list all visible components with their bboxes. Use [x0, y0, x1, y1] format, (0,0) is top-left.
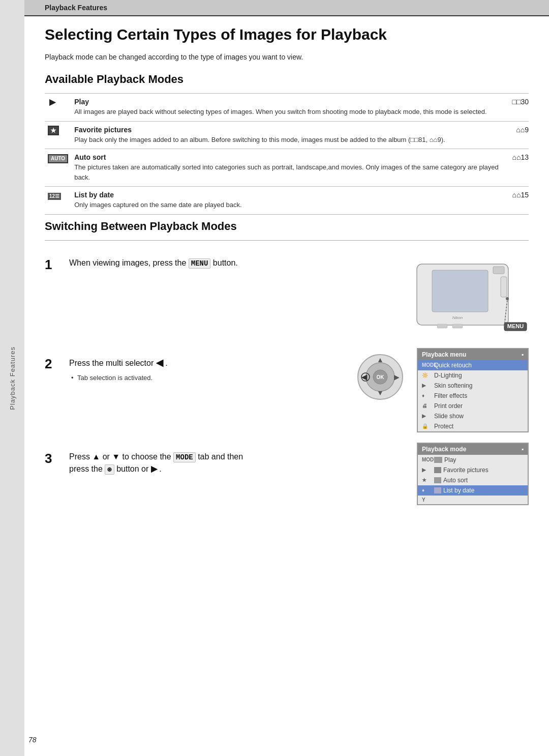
ref-symbol-autosort: ⌂⌂13: [512, 153, 529, 161]
mode-menu-icon-mode: MODE: [422, 457, 432, 462]
available-modes-heading: Available Playback Modes: [45, 73, 529, 86]
step3: 3 Press ▲ or ▼ to choose the MODE tab an…: [45, 451, 403, 479]
menu-item-icon-mode: MODE: [422, 362, 432, 368]
menu-item-filter[interactable]: ♦ Filter effects: [418, 391, 528, 401]
step2-left: 2 Press the multi selector ◀ . Tab selec…: [45, 348, 348, 394]
step1-text-after: button.: [213, 258, 238, 267]
list-rect-icon: [434, 487, 441, 493]
step1-row: 1 When viewing images, press the MENU bu…: [45, 249, 529, 338]
mode-menu-item-autosort[interactable]: ★ Auto sort: [418, 475, 528, 485]
mode-row-play: ▶ Play All images are played back withou…: [45, 94, 529, 122]
mode-desc-autosort: The pictures taken are automatically sor…: [74, 162, 506, 182]
menu-item-dlighting[interactable]: 🔆 D-Lighting: [418, 370, 528, 381]
menu-item-slideshow[interactable]: ▶ Slide show: [418, 411, 528, 421]
svg-rect-2: [493, 267, 504, 274]
step2-symbol: ◀: [156, 358, 163, 368]
mode-name-cell-autosort: Auto sort The pictures taken are automat…: [71, 149, 509, 187]
step1: 1 When viewing images, press the MENU bu…: [45, 257, 399, 273]
svg-point-10: [506, 297, 509, 300]
menu-item-label-protect: Protect: [434, 423, 453, 430]
mode-ref-play: □□30: [509, 94, 529, 122]
section-header: Playback Features: [24, 0, 549, 16]
playback-menu-mockup: Playback menu ▪ MODE Quick retouch 🔆 D-L…: [417, 348, 529, 432]
mode-name-cell-favorite: Favorite pictures Play back only the ima…: [71, 121, 509, 149]
play-icon: ▶: [48, 98, 57, 107]
svg-text:▲: ▲: [377, 356, 384, 364]
svg-rect-6: [452, 324, 463, 328]
mode-name-cell-listbydate: List by date Only images captured on the…: [71, 187, 509, 215]
step3-text-before: Press ▲ or ▼ to choose the: [69, 452, 173, 461]
page-number: 78: [28, 736, 37, 744]
menu-item-label-filter: Filter effects: [434, 392, 467, 399]
menu-item-print[interactable]: 🖨 Print order: [418, 401, 528, 411]
menu-header: Playback menu ▪: [418, 349, 528, 360]
sidebar-label: Playback Features: [9, 346, 16, 410]
camera-diagram: Nikon MENU: [407, 249, 529, 338]
mode-menu-icon-autosort: ★: [422, 477, 432, 483]
step3-content: Press ▲ or ▼ to choose the MODE tab and …: [69, 451, 403, 479]
menu-item-quick-retouch[interactable]: MODE Quick retouch: [418, 360, 528, 370]
mode-name-play: Play: [74, 98, 506, 106]
mode-menu-item-mode[interactable]: MODE Play: [418, 455, 528, 465]
step3-row: 3 Press ▲ or ▼ to choose the MODE tab an…: [45, 443, 529, 505]
menu-item-skin[interactable]: ▶ Skin softening: [418, 381, 528, 391]
page-title: Selecting Certain Types of Images for Pl…: [45, 25, 529, 44]
svg-text:▼: ▼: [377, 389, 384, 397]
svg-text:MENU: MENU: [507, 323, 524, 329]
star-icon: ★: [48, 126, 59, 135]
step2-content: Press the multi selector ◀ . Tab selecti…: [69, 356, 348, 382]
ref-symbol-favorite: ⌂⌂9: [516, 126, 529, 134]
mode-menu-label-autosort: Auto sort: [443, 477, 468, 484]
multi-selector-diagram: ▲ ▼ ◀ ▶ OK: [356, 353, 405, 401]
menu-item-icon-print: 🖨: [422, 403, 432, 409]
menu-item-label-dlighting: D-Lighting: [434, 372, 462, 379]
mode-icon-cell-autosort: AUTO: [45, 149, 71, 187]
menu-title: Playback menu: [422, 351, 466, 358]
mode-menu-item-listbydate[interactable]: ♦ List by date: [418, 485, 528, 496]
menu-item-label-skin: Skin softening: [434, 382, 472, 389]
svg-rect-1: [432, 270, 488, 312]
mode-ref-autosort: ⌂⌂13: [509, 149, 529, 187]
mode-menu-item-y[interactable]: Y: [418, 496, 528, 504]
modes-table: ▶ Play All images are played back withou…: [45, 93, 529, 215]
mode-icon-cell-listbydate: 12☰: [45, 187, 71, 215]
mode-menu-icon-favorite: ▶: [422, 467, 432, 473]
menu-item-icon-dlighting: 🔆: [422, 372, 432, 378]
mode-row-listbydate: 12☰ List by date Only images captured on…: [45, 187, 529, 215]
menu-icon: ▪: [522, 351, 524, 358]
mode-menu-label-listbydate: List by date: [443, 487, 474, 494]
mode-name-favorite: Favorite pictures: [74, 126, 506, 134]
svg-text:OK: OK: [377, 374, 385, 380]
svg-rect-5: [437, 324, 447, 328]
step1-code: MENU: [189, 258, 211, 269]
mode-icon-cell-favorite: ★: [45, 121, 71, 149]
step2-row: 2 Press the multi selector ◀ . Tab selec…: [45, 348, 529, 432]
sidebar: Playback Features: [0, 0, 24, 756]
step2-bullet: Tab selection is activated.: [69, 374, 348, 382]
mode-name-cell-play: Play All images are played back without …: [71, 94, 509, 122]
section-header-text: Playback Features: [45, 4, 107, 12]
auto-icon: AUTO: [48, 154, 68, 163]
mode-row-favorite: ★ Favorite pictures Play back only the i…: [45, 121, 529, 149]
switching-heading: Switching Between Playback Modes: [45, 220, 529, 233]
step1-right: Nikon MENU: [407, 249, 529, 338]
svg-text:Nikon: Nikon: [452, 315, 463, 320]
mode-desc-favorite: Play back only the images added to an al…: [74, 135, 506, 145]
page: Playback Features Playback Features Sele…: [0, 0, 549, 756]
mode-desc-play: All images are played back without selec…: [74, 107, 506, 117]
mode-menu-item-favorite[interactable]: ▶ Favorite pictures: [418, 465, 528, 475]
mode-ref-listbydate: ⌂⌂15: [509, 187, 529, 215]
step1-left: 1 When viewing images, press the MENU bu…: [45, 249, 399, 285]
mode-name-autosort: Auto sort: [74, 153, 506, 161]
mode-row-autosort: AUTO Auto sort The pictures taken are au…: [45, 149, 529, 187]
mode-menu-label-favorite: Favorite pictures: [443, 467, 489, 474]
mode-name-listbydate: List by date: [74, 191, 506, 199]
step3-text-period: .: [159, 464, 161, 473]
menu-item-label-print: Print order: [434, 402, 463, 410]
step3-code-ok: ⊛: [105, 464, 114, 475]
fav-rect-icon: [434, 467, 441, 473]
mode-icon-cell-play: ▶: [45, 94, 71, 122]
step3-symbol-right: ▶: [151, 464, 157, 473]
menu-item-protect[interactable]: 🔒 Protect: [418, 421, 528, 431]
play-rect-icon: [434, 457, 442, 463]
